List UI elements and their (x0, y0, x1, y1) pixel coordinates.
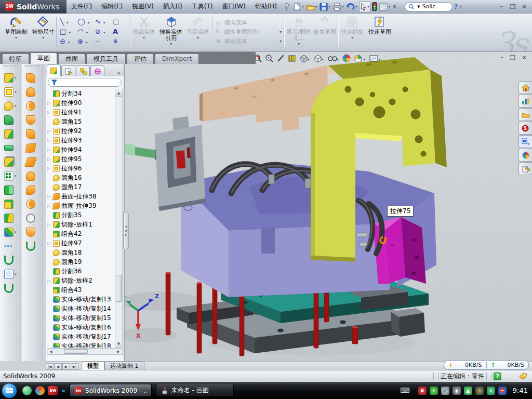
circle-tool[interactable]: ◯ ▾ (76, 18, 94, 25)
tree-item[interactable]: ▷ 实体-移动/复制17 (46, 332, 115, 341)
more-chevron[interactable]: » (61, 387, 65, 394)
motion-study-tab[interactable]: 运动算例 1 (104, 362, 144, 370)
last-tab-button[interactable]: ▶| (71, 363, 78, 370)
command-tab[interactable]: 模具工具 (86, 54, 126, 64)
doc-minimize-button[interactable]: – (500, 54, 503, 61)
toolbar-button[interactable]: ▾ (0, 239, 21, 253)
command-tab[interactable]: 评估 (127, 54, 154, 64)
tree-item[interactable]: ▷ 曲面-拉伸39 (46, 201, 115, 210)
toolbar-button[interactable]: ▾ (22, 211, 43, 225)
toolbar-button[interactable]: ▾ (0, 183, 21, 197)
undo-button[interactable]: ▾ (345, 1, 358, 12)
toolbar-button[interactable]: ▾ (22, 127, 43, 141)
sync-green-icon[interactable]: ▲ (464, 387, 472, 395)
line-tool[interactable]: ╲ ▾ (59, 18, 76, 25)
toolbar-button[interactable]: ▾ (0, 127, 21, 141)
scene-sphere-icon[interactable]: ▾ (354, 54, 366, 63)
tree-item[interactable]: ▷ 拉伸95 (46, 154, 115, 164)
expander-icon[interactable]: ▷ (47, 204, 51, 208)
expander-icon[interactable]: ▷ (47, 110, 51, 115)
toolbar-button[interactable]: ▾ (0, 197, 21, 211)
restore-button[interactable]: ❐ (507, 2, 518, 11)
toolbar-button[interactable]: ▾ (0, 225, 21, 239)
sketch-button[interactable]: 草图绘制▾ (3, 15, 29, 49)
tree-item[interactable]: ▷ 拉伸94 (46, 145, 115, 154)
scrollbar-thumb[interactable] (116, 275, 122, 302)
toolbar-button[interactable]: ▾ (0, 281, 21, 295)
view-orientation-icon[interactable]: ▾ (313, 54, 325, 63)
next-tab-button[interactable]: ▶ (62, 363, 70, 370)
feature-tree-tab[interactable] (47, 64, 61, 76)
expander-icon[interactable]: ▷ (47, 194, 51, 199)
browser-icon[interactable] (35, 386, 45, 395)
properties-button[interactable]: ⇟.. (392, 1, 401, 12)
polygon-tool[interactable]: ⊕ ▾ (76, 37, 94, 45)
doc-close-button[interactable]: ✕ (522, 54, 527, 61)
solidworks-quicklaunch-icon[interactable]: SW (48, 386, 58, 395)
file-explorer-tab[interactable] (518, 108, 532, 121)
toolbar-button[interactable]: ▾ (0, 71, 21, 85)
tree-item[interactable]: ▷ 实体-移动/复制15 (46, 313, 115, 323)
toolbar-button[interactable]: ▾ (0, 99, 21, 113)
tree-item[interactable]: ▷ 圆角16 (46, 173, 115, 182)
menu-item[interactable]: 插入(I) (158, 0, 187, 13)
toolbar-button[interactable]: ▾ (0, 253, 21, 267)
toolbar-button[interactable]: ▾ (0, 85, 21, 99)
tree-item[interactable]: ▷ 拉伸93 (46, 136, 115, 145)
command-tab[interactable]: DimXpert (155, 54, 199, 64)
toolbar-button[interactable]: ▾ (22, 183, 43, 197)
tree-item[interactable]: ▷ 曲面-拉伸38 (46, 192, 115, 201)
custom-properties-tab[interactable] (518, 162, 532, 175)
menu-item[interactable]: 帮助(H) (250, 0, 282, 13)
print-button[interactable]: ▾ (332, 1, 344, 12)
tree-item[interactable]: ▷ 拉伸90 (46, 98, 115, 108)
speaker-icon[interactable]: ◖ (453, 387, 461, 395)
arc-tool[interactable]: ◠ ▾ (76, 28, 94, 35)
menu-item[interactable]: 文件(F) (66, 0, 97, 13)
wand-icon[interactable] (276, 54, 285, 63)
tree-item[interactable]: ▷ 切除-放样1 (46, 220, 115, 229)
slot-tool[interactable]: ⊖ ▾ (59, 37, 76, 45)
help-button[interactable]: ? (454, 1, 458, 12)
tree-item[interactable]: ▷ 实体-移动/复制14 (46, 304, 115, 313)
hscrollbar-thumb[interactable] (64, 349, 88, 354)
toolbar-button[interactable]: ▾ (22, 141, 43, 155)
expander-icon[interactable]: ▷ (47, 138, 51, 143)
tree-item[interactable]: ▷ 组合43 (46, 285, 115, 295)
tree-item[interactable]: ▷ 拉伸96 (46, 164, 115, 173)
pin-icon[interactable] (284, 3, 290, 11)
menu-item[interactable]: 视图(V) (127, 0, 158, 13)
model-tab[interactable]: 模型 (82, 362, 104, 370)
expander-icon[interactable]: ▷ (47, 148, 51, 152)
toolbar-button[interactable]: ▾ (0, 169, 21, 183)
text-tool[interactable]: A (112, 28, 123, 35)
minimize-button[interactable]: – (496, 2, 507, 11)
tree-horizontal-scrollbar[interactable]: ◀ ▶ (47, 348, 123, 355)
toolbar-button[interactable]: ▾ (0, 267, 21, 281)
doc-restore-button[interactable]: ❐ (510, 54, 515, 61)
tree-item[interactable]: ▷ 分割34 (46, 89, 115, 98)
hide-show-icon[interactable]: ▾ (327, 54, 340, 63)
tree-item[interactable]: ▷ 切除-放样2 (46, 276, 115, 285)
configuration-manager-tab[interactable] (76, 65, 90, 76)
task-paint[interactable]: 未命名 - 画图 (156, 384, 234, 397)
solidworks-resources-tab[interactable]: S (518, 122, 532, 135)
tree-filter-input[interactable] (48, 78, 122, 87)
tree-vertical-scrollbar[interactable]: ▲ ▼ (115, 89, 123, 348)
tag-icon[interactable] (518, 372, 528, 380)
tree-item[interactable]: ▷ 实体-移动/复制16 (46, 323, 115, 332)
toolbar-grip[interactable] (25, 65, 39, 70)
rapid-sketch-button[interactable]: 快速草图 (367, 15, 393, 49)
toolbar-button[interactable]: ▾ (22, 113, 43, 127)
section-view-icon[interactable] (288, 54, 297, 63)
appearance-sphere-icon[interactable] (342, 54, 351, 63)
toolbar-button[interactable]: ▾ (22, 155, 43, 169)
selection-box-tool[interactable]: ▢ (112, 18, 123, 25)
warning-icon[interactable]: ⚠ (475, 387, 484, 395)
tree-item[interactable]: ▷ 拉伸91 (46, 108, 115, 117)
tree-item[interactable]: ▷ 实体-移动/复制18 (46, 341, 115, 348)
task-solidworks[interactable]: SW SolidWorks 2009 - ... (70, 384, 152, 397)
spline-tool[interactable]: ∿ ▾ (94, 18, 112, 25)
gear-check-icon[interactable]: ✔ (441, 387, 449, 395)
scroll-up-button[interactable]: ▲ (115, 89, 122, 97)
